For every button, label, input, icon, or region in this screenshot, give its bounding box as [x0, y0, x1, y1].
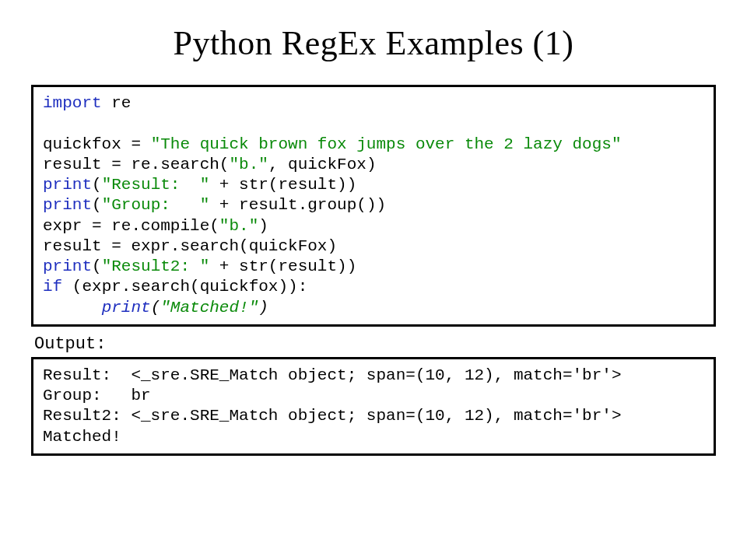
output-block: Result: <_sre.SRE_Match object; span=(10… [31, 357, 716, 456]
code-keyword: import [43, 94, 102, 112]
output-line: Result: <_sre.SRE_Match object; span=(10… [43, 366, 622, 384]
code-text: ( [92, 176, 102, 194]
code-text: + result.group()) [209, 196, 386, 214]
code-text: ( [151, 299, 161, 317]
code-string: "Result2: " [102, 257, 210, 275]
code-text: ( [92, 257, 102, 275]
code-string: "Matched!" [160, 299, 258, 317]
code-string: "Group: " [102, 196, 210, 214]
code-string: "b." [219, 217, 258, 235]
code-text: ) [258, 299, 268, 317]
slide: Python RegEx Examples (1) import re quic… [0, 0, 747, 471]
code-keyword: print [43, 176, 92, 194]
code-text: result = expr.search(quickFox) [43, 237, 337, 255]
output-line: Group: br [43, 387, 151, 404]
slide-title: Python RegEx Examples (1) [31, 23, 716, 63]
code-text: + str(result)) [209, 257, 356, 275]
code-text: expr = re.compile( [43, 217, 219, 235]
code-indent [43, 299, 102, 317]
code-keyword: print [102, 299, 151, 317]
code-text: result = re.search( [43, 156, 229, 173]
output-line: Result2: <_sre.SRE_Match object; span=(1… [43, 407, 622, 425]
code-blank [43, 114, 53, 132]
code-text: ) [258, 217, 268, 235]
code-block: import re quickfox = "The quick brown fo… [31, 85, 716, 327]
code-text: , quickFox) [268, 156, 377, 173]
code-string: "b." [229, 156, 268, 173]
code-text: re [102, 94, 132, 112]
code-keyword: if [43, 278, 62, 296]
output-label: Output: [34, 334, 716, 354]
code-text: quickfox = [43, 135, 151, 153]
code-text: + str(result)) [209, 176, 356, 194]
code-string: "The quick brown fox jumps over the 2 la… [151, 135, 622, 153]
code-string: "Result: " [102, 176, 210, 194]
code-text: (expr.search(quickfox)): [62, 278, 307, 296]
code-keyword: print [43, 257, 92, 275]
output-line: Matched! [43, 428, 121, 446]
code-text: ( [92, 196, 102, 214]
code-keyword: print [43, 196, 92, 214]
